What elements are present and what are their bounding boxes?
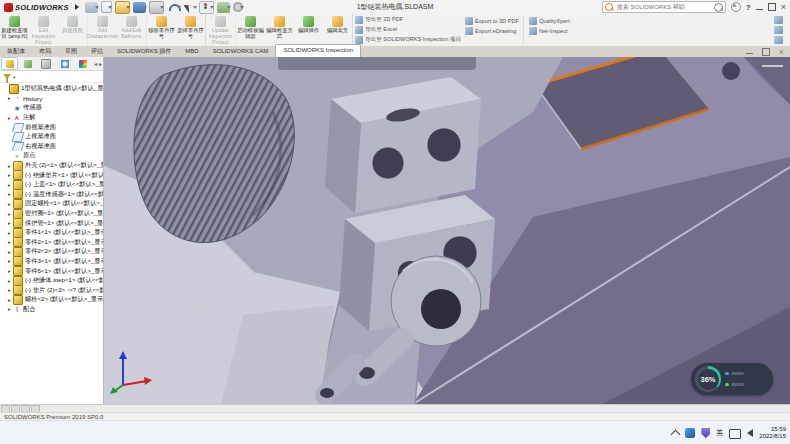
tree-item[interactable]: 传感器 (0, 103, 103, 113)
ime-language-indicator[interactable]: 英 (716, 428, 723, 438)
export-button[interactable]: 导出至 2D PDF (355, 16, 461, 25)
security-shield-icon[interactable] (701, 428, 710, 438)
help-search-box[interactable] (602, 1, 726, 13)
tree-item[interactable]: (-) 绝缘体.step<1> (默认<<默认>_ (0, 276, 103, 286)
undo-icon[interactable] (167, 2, 180, 13)
tree-item[interactable]: 螺栓<2> (默认<<默认>_显示状态 (0, 295, 103, 305)
doc-restore-button[interactable] (762, 48, 770, 56)
restore-button[interactable] (768, 3, 776, 11)
tab-装配体[interactable]: 装配体 (0, 46, 32, 57)
export-button[interactable]: 导出至 Excel (355, 26, 461, 35)
expand-icon[interactable] (6, 249, 13, 255)
tree-filter-row[interactable]: ▾ (0, 71, 103, 83)
doc-close-button[interactable]: × (779, 47, 784, 57)
panel-tab-next-icon[interactable]: ▸ (99, 60, 102, 67)
tree-item[interactable]: 零件2<2> (默认<<默认>_显示状态 (0, 247, 103, 257)
expand-icon[interactable] (6, 220, 13, 226)
print-icon[interactable] (149, 1, 164, 14)
model-canvas[interactable] (103, 57, 790, 404)
taskbar-clock[interactable]: 15:59 2022/8/15 (759, 426, 786, 440)
tab-草图[interactable]: 草图 (58, 46, 84, 57)
tree-item[interactable]: (-) 上盖<1> (默认<<默认>_显示状态 (0, 180, 103, 190)
expand-icon[interactable] (6, 211, 13, 217)
launch-template-editor-button[interactable]: 启动模板编辑器 (236, 14, 265, 46)
tree-item[interactable]: (-) 绝缘垫片<1> (默认<<默认>_显示 (0, 170, 103, 180)
user-account-icon[interactable] (731, 2, 741, 12)
tree-item[interactable]: History (0, 94, 103, 104)
search-input[interactable] (615, 3, 712, 11)
doc-minimize-button[interactable] (746, 53, 753, 55)
tree-item[interactable]: 零件5<1> (默认<<默认>_显示状态 (0, 266, 103, 276)
panel-tab-cfg[interactable] (38, 57, 55, 70)
tree-item[interactable]: 注解 (0, 113, 103, 123)
menu-flyout-icon[interactable] (75, 4, 79, 10)
open-icon[interactable] (115, 1, 130, 14)
panel-tab-tree[interactable] (1, 57, 18, 70)
expand-icon[interactable] (6, 239, 13, 245)
tree-item[interactable]: 固定螺栓<1> (默认<<默认>_显示状 (0, 199, 103, 209)
select-icon[interactable] (183, 2, 196, 13)
expand-icon[interactable] (6, 172, 13, 178)
expand-icon[interactable] (6, 258, 13, 264)
minimize-button[interactable] (756, 9, 763, 11)
panel-tab-dim[interactable] (56, 57, 73, 70)
tree-item[interactable]: 保护管<1> (默认<<默认>_显示状态 (0, 218, 103, 228)
tree-item[interactable]: 右视基准面 (0, 142, 103, 152)
export-button[interactable]: QualityXpert (529, 16, 570, 25)
export-button[interactable]: Export to 3D PDF (465, 16, 519, 25)
edit-vendors-button[interactable]: 编辑卖方 (323, 14, 353, 46)
new-inspection-project-button[interactable]: 新建检查项目 (amp;N) (0, 14, 29, 46)
tree-item[interactable]: 配合 (0, 305, 103, 315)
tab-MBD[interactable]: MBD (178, 46, 205, 57)
tab-SOLIDWORKS 插件[interactable]: SOLIDWORKS 插件 (110, 46, 178, 57)
export-button[interactable]: Net-Inspect (529, 26, 570, 35)
search-icon[interactable] (714, 3, 723, 12)
new-icon[interactable] (101, 1, 112, 13)
panel-tab-pm[interactable] (19, 57, 36, 70)
home-icon[interactable] (85, 2, 98, 13)
edit-inspection-methods-button[interactable]: 编辑检查方式 (265, 14, 294, 46)
tree-item[interactable]: 零件2<1> (默认<<默认>_显示状态 (0, 238, 103, 248)
tab-评估[interactable]: 评估 (84, 46, 110, 57)
expand-icon[interactable] (6, 182, 13, 188)
help-button[interactable]: ? (746, 3, 751, 12)
expand-icon[interactable] (6, 268, 13, 274)
tray-app-icon[interactable] (685, 428, 695, 438)
edit-operations-button[interactable]: 编辑操作 (294, 14, 323, 46)
tab-布局[interactable]: 布局 (32, 46, 58, 57)
tree-item[interactable]: 原点 (0, 151, 103, 161)
tree-item[interactable]: 密封圈<1> (默认<<默认>_显示状态 (0, 209, 103, 219)
expand-icon[interactable] (6, 201, 13, 207)
graphics-viewport[interactable]: 36% (103, 57, 790, 404)
expand-icon[interactable] (6, 287, 13, 293)
options-icon[interactable] (233, 2, 243, 12)
remove-balloons-button[interactable]: 移除零件序号 (147, 14, 176, 46)
expand-icon[interactable] (6, 191, 13, 197)
tree-item[interactable]: (-) 温度传感器<1> (默认<<默认>_显 (0, 190, 103, 200)
tree-item[interactable]: (-) 垫片 (2)<2> ->? (默认<<默认>_ (0, 285, 103, 295)
expand-icon[interactable] (6, 278, 13, 284)
expand-icon[interactable] (6, 230, 13, 236)
headsup-view-toolbar[interactable] (278, 57, 476, 70)
expand-icon[interactable] (6, 163, 13, 169)
tree-item[interactable]: 外壳 (2)<1> (默认<<默认>_显示状态 (0, 161, 103, 171)
tab-SOLIDWORKS Inspection[interactable]: SOLIDWORKS Inspection (275, 44, 361, 57)
select-balloons-button[interactable]: 选择零件序号 (176, 14, 206, 46)
export-button[interactable]: 导出至 SOLIDWORKS Inspection 项目 (355, 35, 461, 44)
hidden-icons-chevron-icon[interactable] (671, 430, 681, 440)
volume-icon[interactable] (747, 429, 753, 437)
traffic-icon[interactable] (199, 1, 214, 14)
export-button[interactable]: Export eDrawing (465, 26, 519, 35)
display-icon[interactable] (217, 2, 230, 13)
tree-item[interactable]: 上视基准面 (0, 132, 103, 142)
tab-SOLIDWORKS CAM[interactable]: SOLIDWORKS CAM (206, 46, 276, 57)
tree-item[interactable]: 零件3<1> (默认<<默认>_显示状态 (0, 257, 103, 267)
panel-tab-disp[interactable] (75, 57, 92, 70)
panel-tab-prev-icon[interactable]: ◂ (94, 60, 97, 67)
expand-icon[interactable] (6, 95, 13, 101)
expand-icon[interactable] (6, 306, 13, 312)
close-button[interactable]: × (781, 2, 786, 12)
display-tray-icon[interactable] (729, 429, 741, 439)
recorder-overlay[interactable]: 36% (691, 363, 773, 395)
expand-icon[interactable] (6, 115, 13, 121)
